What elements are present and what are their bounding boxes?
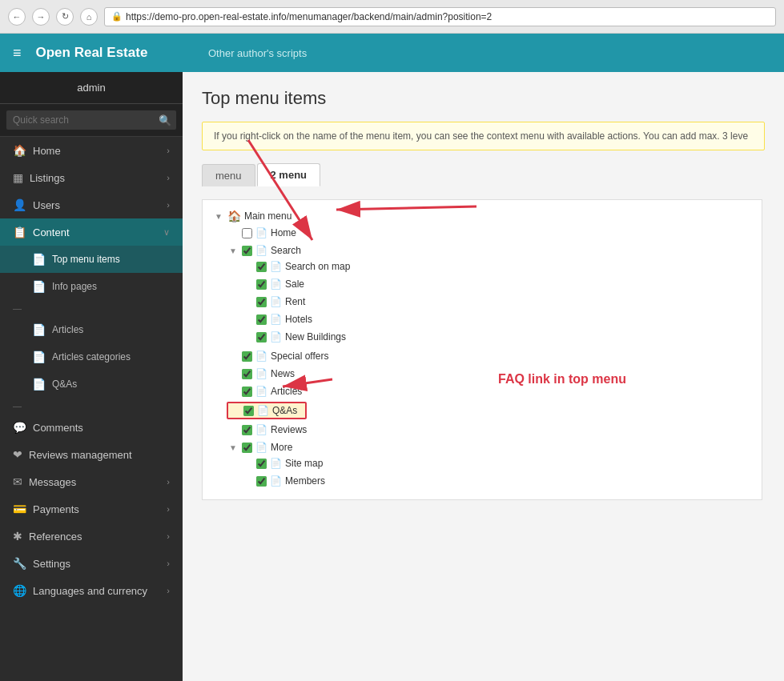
sidebar-item-settings[interactable]: 🔧 Settings › (0, 550, 183, 577)
sidebar-item-top-menu-label: Top menu items (52, 254, 120, 265)
sidebar-item-content[interactable]: 📋 Content ∨ (0, 218, 183, 246)
tree-label-new-buildings: New Buildings (285, 331, 346, 343)
tree-checkbox-more[interactable] (242, 443, 252, 453)
tree-checkbox-sale[interactable] (256, 279, 267, 290)
tree-checkbox-hotels[interactable] (256, 314, 267, 325)
sidebar-item-info-pages-label: Info pages (52, 281, 97, 292)
chevron-icon: › (167, 146, 170, 155)
sidebar-item-comments-label: Comments (33, 422, 83, 434)
tree-item-news: 📄 News (227, 365, 755, 383)
url-text: https://demo-pro.open-real-estate.info/m… (126, 11, 492, 22)
tree-checkbox-special-offers[interactable] (242, 351, 252, 362)
forward-button[interactable]: → (32, 8, 50, 26)
sidebar-user: admin (0, 72, 183, 104)
item-icon: 📄 (270, 296, 282, 307)
tree-checkbox-rent[interactable] (256, 297, 267, 307)
sidebar-item-comments[interactable]: 💬 Comments (0, 414, 183, 441)
tree-item-new-buildings: 📄 New Buildings (241, 328, 755, 346)
sidebar-item-reviews[interactable]: ❤ Reviews management (0, 441, 183, 468)
item-icon: 📄 (255, 245, 267, 256)
home-button[interactable]: ⌂ (80, 8, 98, 26)
sidebar-item-info-pages[interactable]: 📄 Info pages (0, 273, 183, 300)
chevron-icon: › (167, 477, 170, 487)
tree-checkbox-members[interactable] (256, 476, 267, 487)
item-icon: 📄 (255, 442, 267, 453)
sidebar-item-articles-label: Articles (52, 324, 83, 335)
content-icon: 📋 (13, 226, 26, 238)
alert-box: If you right-click on the name of the me… (202, 122, 765, 150)
tree-checkbox-reviews[interactable] (242, 425, 252, 435)
tree-checkbox-search[interactable] (242, 246, 252, 256)
back-button[interactable]: ← (8, 8, 26, 26)
sidebar-item-top-menu[interactable]: 📄 Top menu items (0, 246, 183, 273)
sidebar-item-qas-label: Q&As (52, 379, 77, 390)
tree-item-articles: 📄 Articles (227, 383, 755, 400)
languages-icon: 🌐 (13, 584, 26, 597)
sidebar-item-listings-label: Listings (30, 172, 65, 184)
page-icon: 📄 (32, 323, 46, 336)
sidebar-item-home-label: Home (33, 145, 61, 157)
tree-item-hotels: 📄 Hotels (241, 310, 755, 328)
sidebar-item-users[interactable]: 👤 Users › (0, 191, 183, 218)
tree-item-qas: 📄 Q&As (227, 400, 755, 421)
hamburger-icon[interactable]: ≡ (13, 45, 22, 62)
tree-checkbox-articles[interactable] (242, 387, 252, 397)
tree-label-articles: Articles (271, 386, 302, 397)
tree-label-members: Members (285, 475, 325, 487)
tree-item-home: 📄 Home (227, 224, 755, 242)
tree-checkbox-home[interactable] (242, 228, 252, 238)
search-input[interactable] (6, 110, 176, 130)
main-content: Top menu items If you right-click on the… (183, 72, 784, 681)
tree-toggle[interactable]: ▼ (215, 212, 224, 221)
sidebar-item-content-label: Content (33, 226, 70, 238)
refresh-button[interactable]: ↻ (56, 8, 74, 26)
tree-item-more: ▼ 📄 More (227, 439, 755, 491)
tree-item-sale: 📄 Sale (241, 275, 755, 293)
app-logo: Open Real Estate (36, 45, 148, 61)
item-icon: 📄 (270, 331, 282, 343)
tree-checkbox-new-buildings[interactable] (256, 332, 267, 343)
tree-toggle[interactable]: ▼ (229, 246, 239, 255)
address-bar[interactable]: 🔒 https://demo-pro.open-real-estate.info… (104, 7, 776, 26)
sidebar-item-home[interactable]: 🏠 Home › (0, 137, 183, 164)
sidebar-item-articles[interactable]: 📄 Articles (0, 316, 183, 343)
tab-menu2[interactable]: 2 menu (257, 163, 321, 186)
tree-item-rent: 📄 Rent (241, 293, 755, 310)
sidebar-item-settings-label: Settings (33, 558, 70, 570)
sidebar-item-payments[interactable]: 💳 Payments › (0, 495, 183, 523)
comments-icon: 💬 (13, 421, 26, 434)
sidebar-item-languages[interactable]: 🌐 Languages and currency › (0, 577, 183, 604)
tree-item-search: ▼ 📄 Search (227, 242, 755, 347)
tab-menu1[interactable]: menu (202, 164, 255, 186)
item-icon: 📄 (270, 314, 282, 325)
chevron-icon: › (167, 559, 170, 568)
menu-tree: ▼ 🏠 Main menu (202, 199, 762, 500)
tree-label-more: More (271, 442, 292, 453)
page-icon: 📄 (32, 378, 46, 391)
sidebar-item-messages[interactable]: ✉ Messages › (0, 468, 183, 495)
sidebar-item-qas[interactable]: 📄 Q&As (0, 371, 183, 398)
item-icon: 📄 (270, 475, 282, 487)
tree-item-site-map: 📄 Site map (241, 455, 755, 472)
tree-label-news: News (271, 368, 295, 379)
sidebar-item-messages-label: Messages (29, 476, 76, 488)
sidebar-item-listings[interactable]: ▦ Listings › (0, 164, 183, 191)
sidebar-item-references[interactable]: ✱ References › (0, 523, 183, 550)
sidebar: admin 🔍 🏠 Home › ▦ Listings › (0, 72, 183, 681)
sidebar-item-articles-categories-label: Articles categories (52, 351, 131, 363)
sidebar-item-languages-label: Languages and currency (33, 585, 147, 597)
chevron-icon: › (167, 504, 170, 514)
sidebar-item-users-label: Users (33, 199, 60, 211)
tree-label-hotels: Hotels (285, 314, 312, 325)
tree-label-special-offers: Special offers (271, 351, 329, 362)
tree-checkbox-site-map[interactable] (256, 459, 267, 469)
home-icon: 🏠 (13, 144, 26, 157)
tree-checkbox-news[interactable] (242, 369, 252, 379)
browser-bar: ← → ↻ ⌂ 🔒 https://demo-pro.open-real-est… (0, 0, 784, 34)
chevron-icon: › (167, 173, 170, 182)
tree-checkbox-search-on-map[interactable] (256, 262, 267, 272)
tree-toggle[interactable]: ▼ (229, 443, 239, 452)
tree-checkbox-qas[interactable] (243, 406, 254, 416)
item-icon: 📄 (255, 386, 267, 397)
sidebar-item-articles-categories[interactable]: 📄 Articles categories (0, 343, 183, 371)
